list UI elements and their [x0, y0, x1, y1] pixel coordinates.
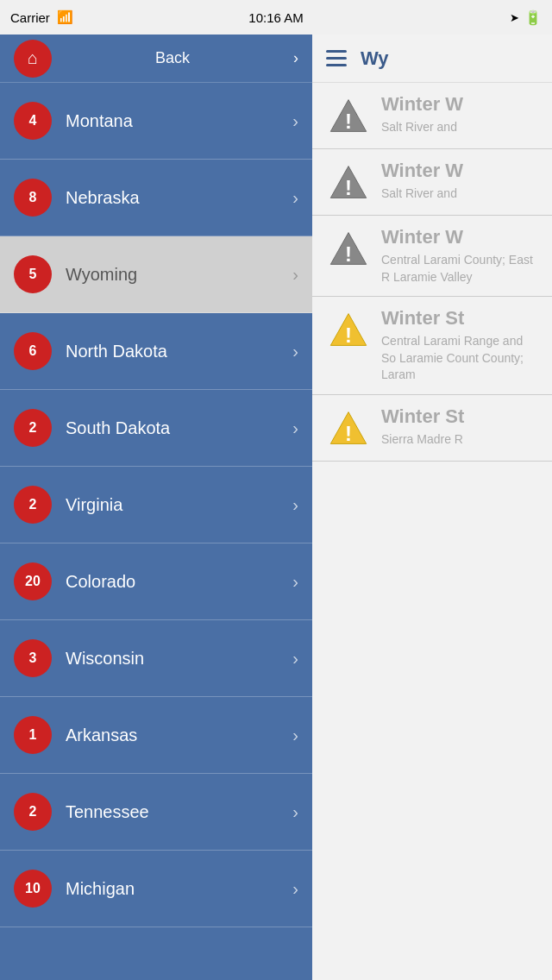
left-header: ⌂ Back ›	[0, 35, 312, 83]
back-label: Back	[52, 49, 293, 67]
right-panel-title: Wy	[361, 47, 389, 70]
alert-content-alert-1: Winter WSalt River and	[381, 93, 538, 136]
alert-desc-alert-3: Central Larami County; East R Laramie Va…	[381, 252, 538, 286]
alert-content-alert-2: Winter WSalt River and	[381, 160, 538, 203]
state-item-colorado[interactable]: 20Colorado›	[0, 543, 312, 620]
alert-title-alert-3: Winter W	[381, 226, 538, 248]
left-panel: ⌂ Back › 4Montana›8Nebraska›5Wyoming›6No…	[0, 35, 312, 980]
wifi-icon: 📶	[57, 9, 73, 25]
state-name-nebraska: Nebraska	[52, 188, 292, 208]
badge-virginia: 2	[14, 486, 52, 524]
state-name-tennessee: Tennessee	[52, 802, 292, 822]
chevron-icon-arkansas: ›	[292, 726, 298, 745]
alert-icon-alert-3: !	[326, 226, 371, 271]
chevron-icon-colorado: ›	[292, 572, 298, 592]
alert-item-alert-1[interactable]: ! Winter WSalt River and	[312, 83, 552, 149]
state-name-michigan: Michigan	[52, 879, 292, 899]
alert-item-alert-5[interactable]: ! Winter StSierra Madre R	[312, 395, 552, 462]
state-name-south-dakota: South Dakota	[52, 418, 292, 438]
state-item-wyoming[interactable]: 5Wyoming›	[0, 236, 312, 313]
chevron-icon-tennessee: ›	[292, 802, 298, 822]
alert-desc-alert-4: Central Larami Range and So Laramie Coun…	[381, 333, 538, 384]
battery-icon: 🔋	[524, 9, 542, 26]
home-button[interactable]: ⌂	[14, 40, 52, 78]
right-header: Wy	[312, 35, 552, 83]
carrier-label: Carrier	[10, 10, 50, 25]
alert-content-alert-5: Winter StSierra Madre R	[381, 405, 538, 449]
alert-item-alert-3[interactable]: ! Winter WCentral Larami County; East R …	[312, 216, 552, 297]
chevron-icon-north-dakota: ›	[292, 342, 298, 361]
svg-text:!: !	[345, 242, 352, 266]
chevron-icon-michigan: ›	[292, 879, 298, 899]
alert-row: ! Winter WSalt River and	[326, 93, 538, 138]
state-name-virginia: Virginia	[52, 495, 292, 515]
badge-colorado: 20	[14, 562, 52, 600]
home-icon: ⌂	[28, 48, 38, 68]
state-item-north-dakota[interactable]: 6North Dakota›	[0, 313, 312, 390]
state-item-wisconsin[interactable]: 3Wisconsin›	[0, 620, 312, 697]
badge-montana: 4	[14, 102, 52, 140]
state-name-arkansas: Arkansas	[52, 726, 292, 745]
status-bar-right: ➤ 🔋	[510, 9, 542, 26]
alert-title-alert-5: Winter St	[381, 405, 538, 428]
chevron-icon-montana: ›	[292, 111, 298, 131]
badge-wisconsin: 3	[14, 639, 52, 677]
alert-icon-alert-4: !	[326, 307, 371, 352]
alert-icon-alert-5: !	[326, 405, 371, 450]
alert-item-alert-2[interactable]: ! Winter WSalt River and	[312, 149, 552, 216]
state-item-south-dakota[interactable]: 2South Dakota›	[0, 390, 312, 467]
alert-content-alert-4: Winter StCentral Larami Range and So Lar…	[381, 307, 538, 384]
state-name-wyoming: Wyoming	[52, 265, 292, 285]
menu-line-1	[326, 50, 347, 53]
right-panel: Wy ! Winter WSalt River and ! Winter WSa…	[312, 35, 552, 980]
badge-south-dakota: 2	[14, 409, 52, 447]
state-item-tennessee[interactable]: 2Tennessee›	[0, 774, 312, 851]
chevron-icon-nebraska: ›	[292, 188, 298, 208]
menu-line-2	[326, 57, 347, 60]
states-list: 4Montana›8Nebraska›5Wyoming›6North Dakot…	[0, 83, 312, 980]
alert-desc-alert-5: Sierra Madre R	[381, 431, 538, 449]
status-bar: Carrier 📶 10:16 AM ➤ 🔋	[0, 0, 552, 35]
status-bar-left: Carrier 📶	[10, 9, 73, 25]
menu-button[interactable]	[326, 50, 347, 66]
alert-title-alert-1: Winter W	[381, 93, 538, 116]
alert-icon-alert-2: !	[326, 160, 371, 204]
state-item-virginia[interactable]: 2Virginia›	[0, 467, 312, 543]
header-chevron-icon: ›	[293, 49, 298, 67]
alert-title-alert-2: Winter W	[381, 160, 538, 182]
alert-row: ! Winter StCentral Larami Range and So L…	[326, 307, 538, 384]
badge-michigan: 10	[14, 870, 52, 908]
alert-desc-alert-2: Salt River and	[381, 185, 538, 203]
state-item-montana[interactable]: 4Montana›	[0, 83, 312, 160]
badge-north-dakota: 6	[14, 332, 52, 370]
state-item-nebraska[interactable]: 8Nebraska›	[0, 160, 312, 236]
alert-item-alert-4[interactable]: ! Winter StCentral Larami Range and So L…	[312, 297, 552, 395]
state-item-michigan[interactable]: 10Michigan›	[0, 851, 312, 927]
svg-text:!: !	[345, 110, 352, 133]
menu-line-3	[326, 64, 347, 66]
badge-nebraska: 8	[14, 179, 52, 217]
chevron-icon-virginia: ›	[292, 495, 298, 515]
status-bar-time: 10:16 AM	[248, 10, 303, 25]
state-item-arkansas[interactable]: 1Arkansas›	[0, 697, 312, 774]
state-name-north-dakota: North Dakota	[52, 342, 292, 361]
chevron-icon-wyoming: ›	[292, 265, 298, 285]
alert-list: ! Winter WSalt River and ! Winter WSalt …	[312, 83, 552, 980]
badge-wyoming: 5	[14, 255, 52, 293]
svg-text:!: !	[345, 176, 352, 199]
chevron-icon-south-dakota: ›	[292, 418, 298, 438]
alert-icon-alert-1: !	[326, 93, 371, 138]
alert-content-alert-3: Winter WCentral Larami County; East R La…	[381, 226, 538, 286]
state-name-montana: Montana	[52, 111, 292, 131]
badge-tennessee: 2	[14, 793, 52, 831]
badge-arkansas: 1	[14, 716, 52, 754]
alert-row: ! Winter StSierra Madre R	[326, 405, 538, 450]
state-name-wisconsin: Wisconsin	[52, 649, 292, 669]
chevron-icon-wisconsin: ›	[292, 649, 298, 669]
alert-row: ! Winter WSalt River and	[326, 160, 538, 204]
alert-desc-alert-1: Salt River and	[381, 119, 538, 136]
alert-title-alert-4: Winter St	[381, 307, 538, 330]
state-name-colorado: Colorado	[52, 572, 292, 592]
alert-row: ! Winter WCentral Larami County; East R …	[326, 226, 538, 286]
content-area: ⌂ Back › 4Montana›8Nebraska›5Wyoming›6No…	[0, 35, 552, 980]
